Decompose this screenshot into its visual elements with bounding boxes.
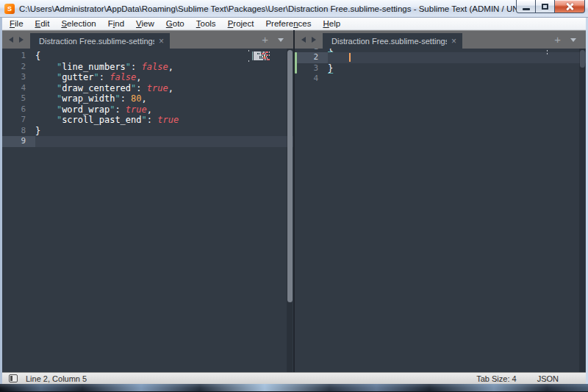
code-lines: 1{2 3}4 [295, 49, 586, 85]
line-number[interactable]: 2 [2, 62, 35, 73]
tab-close-icon[interactable]: × [159, 37, 164, 46]
panel-toggle-icon[interactable] [9, 374, 18, 382]
line-number[interactable]: 2 [295, 52, 328, 63]
menu-edit[interactable]: Edit [29, 19, 56, 28]
line-content[interactable]: "scroll_past_end": true [35, 115, 179, 126]
line-number[interactable]: 3 [295, 63, 328, 74]
line-content[interactable]: "draw_centered": true, [35, 83, 173, 94]
code-token [35, 83, 57, 93]
tab-scroll-left-button[interactable] [301, 37, 306, 43]
code-token [35, 93, 57, 104]
code-token: : [115, 104, 125, 115]
minimap[interactable] [248, 50, 270, 63]
code-line: 4 [295, 74, 586, 85]
tab-scroll-left-button[interactable] [9, 37, 13, 43]
code-editor[interactable]: 1{2 "line_numbers": false,3 "gutter": fa… [2, 49, 293, 372]
close-button[interactable] [554, 0, 585, 13]
menu-tools[interactable]: Tools [190, 19, 222, 28]
line-number[interactable]: 6 [2, 104, 35, 115]
vertical-scrollbar[interactable] [579, 49, 585, 372]
tab-distraction-free-settings[interactable]: Distraction Free.sublime-settings× [323, 33, 462, 49]
caret-position-status[interactable]: Line 2, Column 5 [26, 374, 87, 383]
code-token: : [136, 83, 146, 93]
line-number[interactable]: 5 [2, 93, 35, 104]
scrollbar-thumb[interactable] [580, 50, 585, 68]
window-bottom-border [0, 384, 588, 391]
code-token: : [131, 62, 141, 72]
line-number[interactable]: 4 [295, 74, 328, 85]
syntax-status[interactable]: JSON [537, 374, 559, 383]
tab-distraction-free-settings[interactable]: Distraction Free.sublime-settings× [30, 33, 170, 49]
code-token: true [147, 83, 168, 93]
minimap[interactable] [547, 50, 550, 56]
code-line: 3} [295, 63, 586, 74]
tab-scroll-arrows [295, 31, 323, 49]
tab-label: Distraction Free.sublime-settings [331, 37, 447, 46]
tab-scroll-right-button[interactable] [312, 37, 316, 43]
code-token: true [157, 115, 179, 125]
line-number[interactable]: 7 [2, 115, 35, 126]
status-bar: Line 2, Column 5 Tab Size: 4 JSON [2, 372, 586, 384]
line-number[interactable]: 9 [2, 136, 35, 147]
code-lines: 1{2 "line_numbers": false,3 "gutter": fa… [2, 51, 293, 147]
tab-label: Distraction Free.sublime-settings [39, 37, 154, 46]
menu-find[interactable]: Find [102, 19, 130, 28]
tab-scroll-right-button[interactable] [19, 37, 24, 43]
line-content[interactable] [328, 52, 351, 63]
line-content[interactable]: { [35, 51, 40, 62]
code-line: 5 "wrap_width": 80, [2, 93, 293, 104]
code-token: , [168, 62, 173, 72]
menu-view[interactable]: View [130, 19, 160, 28]
code-editor[interactable]: 1{2 3}4 [295, 49, 586, 372]
menu-selection[interactable]: Selection [55, 19, 101, 28]
tab-bar: Distraction Free.sublime-settings×+ [2, 30, 293, 49]
scrollbar-thumb[interactable] [287, 50, 293, 302]
minimize-icon [523, 8, 530, 10]
code-token [35, 115, 57, 125]
code-token: { [328, 49, 333, 52]
line-number[interactable]: 3 [2, 72, 35, 83]
window-controls [516, 0, 585, 13]
code-token: gutter [62, 72, 93, 82]
line-content[interactable]: "gutter": false, [35, 72, 142, 83]
tab-size-status[interactable]: Tab Size: 4 [476, 374, 516, 383]
code-token: 80 [131, 93, 141, 104]
new-tab-button[interactable]: + [554, 34, 561, 45]
maximize-button[interactable] [535, 0, 555, 13]
line-content[interactable]: } [35, 126, 40, 137]
line-content[interactable]: } [328, 63, 333, 74]
menu-project[interactable]: Project [222, 19, 260, 28]
code-token: : [99, 72, 110, 82]
menu-goto[interactable]: Goto [160, 19, 190, 28]
line-content[interactable]: "line_numbers": false, [35, 62, 173, 73]
line-content[interactable]: "word_wrap": true, [35, 104, 152, 115]
new-tab-button[interactable]: + [262, 34, 268, 45]
vertical-scrollbar[interactable] [287, 49, 293, 372]
line-number[interactable]: 4 [2, 83, 35, 94]
code-token [35, 72, 57, 82]
menu-file[interactable]: File [4, 19, 29, 28]
tab-scroll-arrows [2, 31, 30, 49]
code-token: draw_centered [62, 83, 131, 93]
title-bar[interactable]: S C:\Users\Administrator\AppData\Roaming… [0, 0, 588, 18]
line-number[interactable]: 8 [2, 126, 35, 137]
tab-overflow-button[interactable] [570, 38, 576, 42]
code-token [35, 62, 57, 72]
tab-close-icon[interactable]: × [451, 37, 456, 46]
workspace: Distraction Free.sublime-settings×+1{2 "… [2, 30, 586, 372]
maximize-icon [542, 4, 548, 10]
tab-bar-actions: + [262, 31, 293, 49]
text-cursor [349, 53, 351, 62]
line-content[interactable]: "wrap_width": 80, [35, 93, 147, 104]
code-token: , [147, 104, 152, 115]
minimize-button[interactable] [516, 0, 536, 13]
code-token: wrap_width [62, 93, 115, 104]
tab-overflow-button[interactable] [278, 38, 284, 42]
code-token: , [136, 72, 141, 82]
tab-bar-actions: + [554, 31, 586, 49]
code-token: true [126, 104, 147, 115]
line-number[interactable]: 1 [2, 51, 35, 62]
menu-help[interactable]: Help [317, 19, 346, 28]
code-token: , [168, 83, 173, 93]
menu-preferences[interactable]: Preferences [259, 19, 317, 28]
